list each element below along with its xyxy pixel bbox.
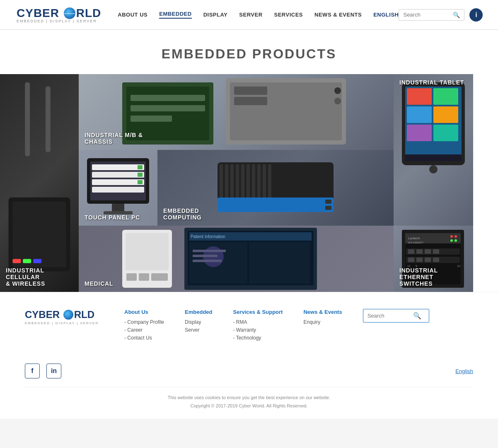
product-medical[interactable]: Patient Information MEDICAL	[79, 226, 394, 292]
product-embedded[interactable]: EMBEDDEDCOMPUTING	[157, 150, 394, 226]
logo-cyber: CYBER	[17, 7, 63, 20]
main-nav: ABOUT US EMBEDDED DISPLAY SERVER SERVICE…	[118, 11, 399, 19]
svg-rect-30	[92, 164, 144, 170]
svg-rect-33	[92, 187, 144, 193]
svg-point-27	[429, 165, 438, 173]
svg-rect-39	[218, 162, 334, 212]
svg-rect-21	[433, 88, 458, 105]
linkedin-icon[interactable]: in	[46, 364, 61, 378]
svg-rect-19	[405, 87, 462, 161]
product-mb-chassis[interactable]: INDUSTRIAL M/B &CHASSIS	[79, 74, 394, 150]
cellular-svg	[0, 74, 79, 292]
svg-rect-29	[90, 161, 146, 200]
nav-services[interactable]: SERVICES	[274, 12, 303, 18]
site-header: CYBER RLD EMBEDDED | DISPLAY | SERVER AB…	[0, 0, 498, 30]
svg-rect-60	[189, 232, 312, 241]
nav-embedded[interactable]: EMBEDDED	[159, 11, 191, 19]
svg-point-74	[454, 235, 457, 238]
svg-rect-63	[249, 242, 310, 284]
svg-rect-83	[408, 258, 414, 262]
header-right: 🔍 i	[399, 8, 483, 22]
product-ethernet[interactable]: Lantech IES-S400DFT	[394, 226, 473, 292]
footer-link-contact-us[interactable]: - Contact Us	[124, 335, 164, 341]
tablet-image	[394, 74, 473, 226]
svg-rect-45	[247, 164, 250, 198]
svg-rect-11	[131, 116, 172, 122]
svg-rect-56	[139, 273, 149, 281]
social-row: f in English	[25, 355, 473, 387]
footer-columns: About Us - Company Profile - Career - Co…	[124, 309, 473, 343]
search-icon[interactable]: 🔍	[453, 12, 460, 18]
svg-rect-54	[126, 233, 169, 270]
svg-rect-15	[234, 97, 267, 105]
header-search-box[interactable]: 🔍	[399, 9, 464, 21]
footer-logo[interactable]: CYBER RLD EMBEDDED | DISPLAY | SERVER	[25, 309, 108, 325]
svg-rect-14	[234, 87, 267, 95]
svg-rect-20	[407, 88, 432, 105]
svg-rect-47	[257, 164, 261, 198]
cellular-image	[0, 74, 79, 292]
svg-rect-78	[408, 249, 414, 254]
svg-rect-77	[406, 248, 460, 255]
nav-display[interactable]: DISPLAY	[203, 12, 228, 18]
main-content: EMBEDDED PRODUCTS INDUSTR	[0, 30, 498, 292]
info-button[interactable]: i	[469, 8, 483, 22]
footer-col-news-heading: News & Events	[303, 309, 342, 315]
svg-rect-43	[236, 164, 239, 198]
footer-link-technology[interactable]: - Technology	[233, 335, 283, 341]
svg-rect-46	[252, 164, 255, 198]
touch-panel-label: TOUCH PANEL PC	[85, 214, 152, 221]
svg-rect-5	[23, 259, 31, 263]
footer-logo-text: CYBER RLD	[25, 309, 108, 320]
svg-point-75	[450, 239, 453, 242]
svg-rect-28	[87, 158, 149, 204]
logo-subtitle: EMBEDDED | DISPLAY | SERVER	[17, 19, 101, 23]
svg-point-64	[203, 246, 224, 267]
nav-language[interactable]: ENGLISH	[373, 12, 399, 18]
svg-rect-0	[25, 82, 30, 157]
footer-language-link[interactable]: English	[455, 368, 473, 374]
product-cellular-wireless[interactable]: INDUSTRIAL CELLULAR& WIRELESS	[0, 74, 79, 292]
footer-search-box[interactable]: 🔍	[363, 309, 429, 323]
svg-rect-22	[407, 106, 432, 123]
svg-rect-44	[241, 164, 244, 198]
svg-rect-4	[12, 259, 21, 263]
svg-rect-81	[433, 249, 439, 254]
svg-rect-66	[193, 255, 218, 257]
footer-col-services-heading: Services & Support	[233, 309, 283, 315]
footer-link-server[interactable]: Server	[185, 327, 212, 333]
product-tablet[interactable]: INDUSTRIAL TABLET	[394, 74, 473, 226]
svg-rect-34	[138, 165, 143, 169]
svg-rect-24	[407, 125, 432, 141]
logo[interactable]: CYBER RLD EMBEDDED | DISPLAY | SERVER	[17, 7, 101, 23]
footer-col-embedded-heading: Embedded	[185, 309, 212, 315]
footer-link-rma[interactable]: - RMA	[233, 319, 283, 325]
footer-search-input[interactable]	[367, 313, 413, 319]
product-touch-panel[interactable]: TOUCH PANEL PC	[79, 150, 157, 226]
footer-link-display[interactable]: Display	[185, 319, 212, 325]
header-search-input[interactable]	[403, 12, 453, 18]
nav-server[interactable]: SERVER	[239, 12, 262, 18]
footer-col-news: News & Events Enquiry	[303, 309, 342, 343]
svg-point-16	[334, 87, 341, 94]
footer-link-company-profile[interactable]: - Company Profile	[124, 319, 164, 325]
svg-rect-40	[220, 164, 223, 198]
svg-rect-18	[402, 82, 465, 165]
tablet-label: INDUSTRIAL TABLET	[399, 79, 467, 86]
footer-logo-subtitle: EMBEDDED | DISPLAY | SERVER	[25, 321, 108, 325]
footer-link-career[interactable]: - Career	[124, 327, 164, 333]
svg-point-17	[334, 98, 341, 104]
footer-link-warranty[interactable]: - Warranty	[233, 327, 283, 333]
svg-text:Patient Information: Patient Information	[191, 234, 225, 239]
ethernet-label: INDUSTRIAL ETHERNETSWITCHES	[399, 267, 467, 287]
facebook-icon[interactable]: f	[25, 364, 40, 378]
svg-rect-85	[425, 258, 431, 262]
nav-about-us[interactable]: ABOUT US	[118, 12, 147, 18]
footer-col-services: Services & Support - RMA - Warranty - Te…	[233, 309, 283, 343]
product-grid: INDUSTRIAL CELLULAR& WIRELESS	[0, 74, 498, 292]
footer-search-icon[interactable]: 🔍	[413, 312, 421, 320]
footer-link-enquiry[interactable]: Enquiry	[303, 319, 342, 325]
mb-label: INDUSTRIAL M/B &CHASSIS	[85, 132, 388, 145]
svg-rect-3	[12, 202, 66, 267]
nav-news-events[interactable]: NEWS & EVENTS	[314, 12, 362, 18]
